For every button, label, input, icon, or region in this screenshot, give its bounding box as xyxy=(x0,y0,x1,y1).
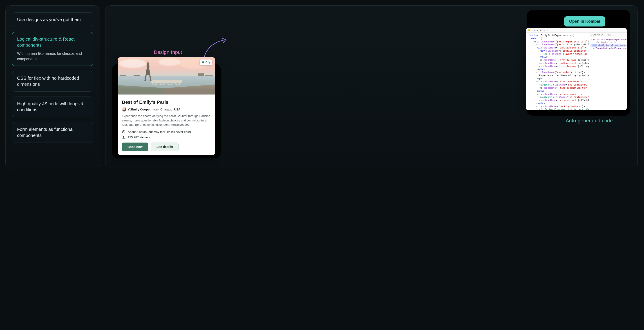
open-in-kombai-button[interactable]: Open in Kombai xyxy=(564,16,605,26)
feature-title: Logical div-structure & React components xyxy=(17,36,88,48)
author-location: Chicago, USA xyxy=(160,108,180,111)
feature-card-form-elements[interactable]: Form elements as functional components xyxy=(12,122,93,143)
arrow-icon xyxy=(203,35,230,58)
byline: @Emily Cooper from Chicago, USA xyxy=(122,107,211,112)
design-input-label: Design Input xyxy=(154,49,182,55)
code-pane[interactable]: function EmilyParisExperience() { return… xyxy=(526,32,589,110)
feature-title: Form elements as functional components xyxy=(17,126,88,139)
rating-badge: 4.9 xyxy=(200,59,212,65)
star-icon xyxy=(202,60,204,64)
js-icon xyxy=(528,29,530,31)
code-editor: index.js × function EmilyParisExperience… xyxy=(526,28,627,110)
tab-name: index.js xyxy=(531,29,542,32)
person-icon xyxy=(122,135,126,139)
tree-header: COMPONENT TREE xyxy=(589,32,627,37)
demo-panel: Design Input Open in Figma xyxy=(105,5,638,169)
feature-description: With human-like names for classes and co… xyxy=(17,51,88,62)
svg-rect-1 xyxy=(145,72,151,72)
from-label: from xyxy=(152,108,158,111)
avatar xyxy=(122,107,126,112)
duration-row: About 5 hours (but may feel like it'll n… xyxy=(122,130,211,134)
duration-text: About 5 hours (but may feel like it'll n… xyxy=(128,130,191,134)
svg-rect-0 xyxy=(146,66,150,66)
autogen-label: Auto-generated code xyxy=(566,118,613,124)
eiffel-tower-icon xyxy=(144,59,152,81)
author-handle: @Emily Cooper xyxy=(128,108,151,111)
clock-icon xyxy=(122,130,126,134)
design-card: 4.9 Best of Emily's Paris @Emily Cooper … xyxy=(118,57,215,155)
card-description: Experience the charm of trying too hard!… xyxy=(122,114,211,127)
component-tree: COMPONENT TREE ▾ <CreateRatingAndExperie… xyxy=(589,32,627,110)
feature-card-use-designs[interactable]: Use designs as you've got them xyxy=(12,12,93,27)
svg-point-3 xyxy=(123,136,124,137)
feature-card-js-code[interactable]: High-quality JS code with loops & condit… xyxy=(12,97,93,117)
viewers-text: 135,287 viewers xyxy=(128,136,150,139)
viewers-row: 135,287 viewers xyxy=(122,135,211,139)
feature-title: CSS for flex with no hardcoded dimension… xyxy=(17,75,88,87)
see-details-button[interactable]: See details xyxy=(151,143,178,151)
rating-value: 4.9 xyxy=(206,60,210,64)
editor-tab[interactable]: index.js × xyxy=(526,28,548,32)
feature-card-css-flex[interactable]: CSS for flex with no hardcoded dimension… xyxy=(12,71,93,92)
feature-list: Use designs as you've got them Logical d… xyxy=(6,5,100,169)
book-now-button[interactable]: Book now xyxy=(122,143,148,151)
feature-title: High-quality JS code with loops & condit… xyxy=(17,101,88,113)
card-title: Best of Emily's Paris xyxy=(122,99,211,105)
hero-image: 4.9 xyxy=(118,57,215,95)
feature-title: Use designs as you've got them xyxy=(17,17,88,23)
close-icon[interactable]: × xyxy=(544,29,545,32)
feature-card-logical-div[interactable]: Logical div-structure & React components… xyxy=(12,32,93,66)
